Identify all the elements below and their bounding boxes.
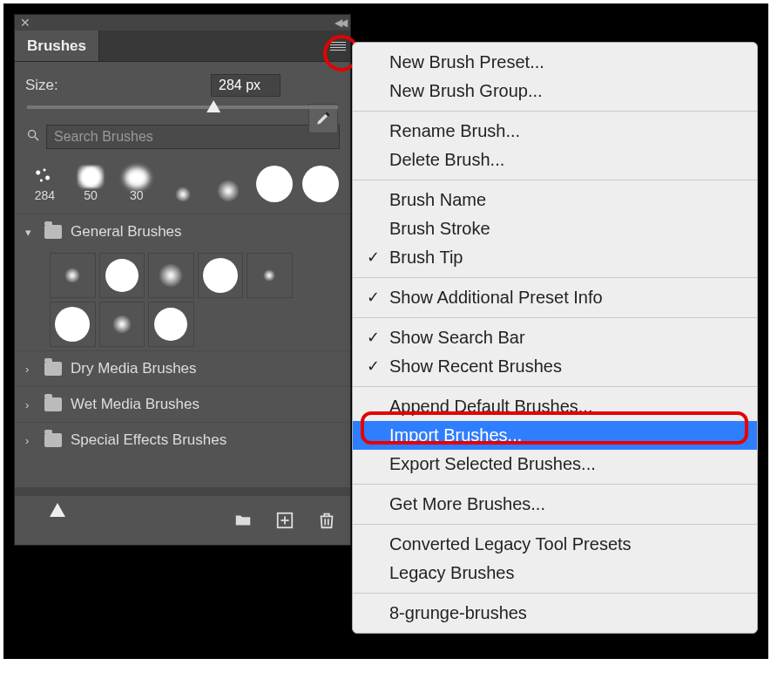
size-label: Size: (25, 77, 58, 94)
recent-brush[interactable] (161, 156, 204, 205)
brush-preset[interactable] (198, 253, 244, 298)
menu-item[interactable]: Export Selected Brushes... (353, 450, 757, 479)
recent-brush[interactable]: 284 (24, 156, 66, 205)
menu-item[interactable]: Converted Legacy Tool Presets (353, 530, 757, 559)
preview-size-thumb-icon[interactable] (50, 503, 65, 517)
menu-item[interactable]: Brush Tip (353, 243, 757, 272)
menu-item[interactable]: New Brush Preset... (353, 48, 757, 77)
brush-size-label: 30 (130, 188, 144, 202)
menu-item[interactable]: Brush Name (353, 186, 757, 214)
folder-label: Dry Media Brushes (71, 360, 197, 377)
menu-separator (353, 111, 757, 112)
folder-icon[interactable] (233, 511, 253, 530)
menu-separator (353, 317, 757, 318)
recent-brush[interactable]: 30 (115, 156, 158, 205)
panel-topbar: ✕ ◀◀ (15, 15, 350, 31)
folder-wet-media[interactable]: › Wet Media Brushes (15, 386, 350, 422)
menu-item[interactable]: Brush Stroke (353, 214, 757, 243)
menu-item[interactable]: New Brush Group... (353, 77, 757, 105)
search-icon (25, 128, 41, 146)
svg-line-1 (35, 137, 38, 140)
brush-preset[interactable] (247, 253, 293, 298)
menu-item[interactable]: Show Additional Preset Info (353, 283, 757, 312)
brush-preset[interactable] (50, 253, 96, 298)
menu-separator (353, 386, 757, 387)
brush-folder-tree: ▾ General Brushes › Dry Media Brushes (15, 214, 350, 458)
menu-separator (353, 180, 757, 180)
folder-special-effects[interactable]: › Special Effects Brushes (15, 422, 350, 458)
folder-dry-media[interactable]: › Dry Media Brushes (15, 350, 350, 386)
menu-item[interactable]: Get More Brushes... (353, 490, 757, 519)
chevron-down-icon: ▾ (25, 226, 36, 239)
slider-thumb-icon[interactable] (206, 100, 220, 112)
recent-brush[interactable] (253, 156, 296, 205)
brush-size-label: 284 (35, 188, 55, 202)
search-input[interactable] (46, 125, 340, 149)
menu-separator (353, 277, 757, 278)
menu-item[interactable]: Append Default Brushes... (353, 392, 757, 421)
general-brushes-grid (15, 249, 350, 350)
recent-brush[interactable] (299, 156, 341, 205)
recent-brush[interactable] (207, 156, 250, 205)
panel-footer (15, 487, 350, 545)
brush-preset[interactable] (148, 302, 194, 347)
folder-icon (44, 433, 62, 447)
new-preset-icon[interactable] (275, 511, 294, 530)
folder-icon (44, 225, 62, 239)
menu-item[interactable]: Rename Brush... (353, 117, 757, 146)
flyout-menu-button[interactable] (326, 31, 350, 61)
size-slider[interactable] (27, 105, 338, 109)
folder-label: General Brushes (71, 223, 182, 241)
close-icon[interactable]: ✕ (20, 16, 30, 30)
brush-size-label: 50 (84, 188, 98, 202)
hamburger-icon (330, 42, 346, 51)
brush-preset[interactable] (99, 253, 145, 298)
menu-item[interactable]: Delete Brush... (353, 146, 757, 174)
panel-tabbar: Brushes (15, 31, 350, 62)
recent-brush[interactable]: 50 (70, 156, 112, 205)
brush-preset[interactable] (148, 253, 194, 298)
folder-label: Wet Media Brushes (71, 396, 199, 413)
flyout-menu: New Brush Preset...New Brush Group...Ren… (352, 42, 758, 634)
brushes-panel: ✕ ◀◀ Brushes Size: 28 (14, 14, 351, 546)
menu-item[interactable]: 8-grunge-brushes (353, 599, 757, 628)
recent-brushes-row: 284 50 30 (24, 156, 341, 205)
folder-icon (44, 397, 62, 411)
chevron-right-icon: › (25, 363, 36, 376)
folder-general-brushes[interactable]: ▾ General Brushes (15, 214, 350, 249)
menu-separator (353, 484, 757, 485)
svg-point-0 (29, 130, 36, 137)
menu-separator (353, 593, 757, 594)
trash-icon[interactable] (317, 511, 336, 530)
menu-item[interactable]: Import Brushes... (353, 421, 757, 450)
chevron-right-icon: › (25, 434, 36, 447)
brush-icon (314, 110, 332, 127)
size-input[interactable] (211, 74, 280, 97)
brush-preset[interactable] (99, 302, 145, 347)
menu-item[interactable]: Legacy Brushes (353, 559, 757, 587)
tab-brushes[interactable]: Brushes (15, 31, 99, 61)
collapse-icon[interactable]: ◀◀ (335, 17, 345, 29)
chevron-right-icon: › (25, 398, 36, 411)
menu-item[interactable]: Show Recent Brushes (353, 352, 757, 381)
brush-preset[interactable] (50, 302, 96, 347)
folder-label: Special Effects Brushes (71, 431, 226, 449)
folder-icon (44, 362, 62, 376)
menu-item[interactable]: Show Search Bar (353, 323, 757, 352)
menu-separator (353, 524, 757, 525)
